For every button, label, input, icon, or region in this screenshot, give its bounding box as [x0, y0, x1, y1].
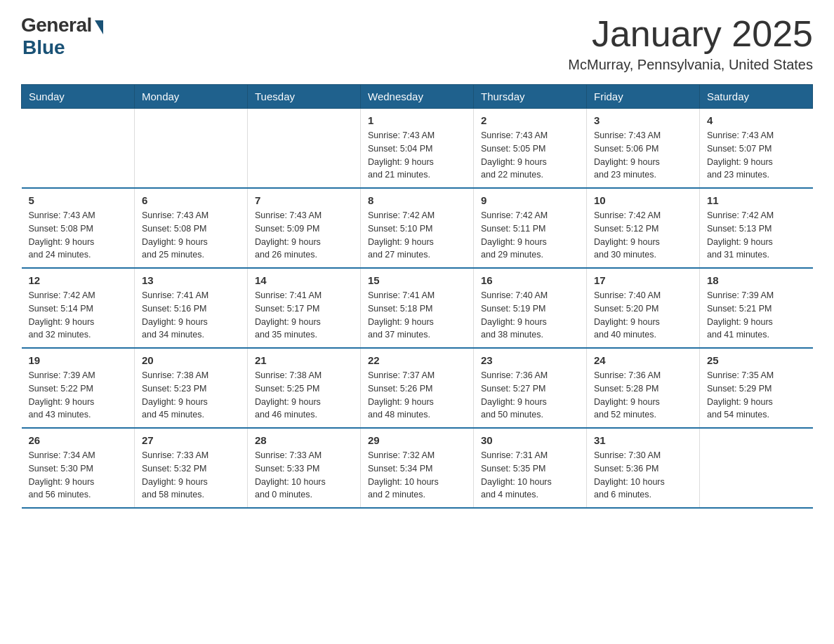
calendar-cell: 18Sunrise: 7:39 AM Sunset: 5:21 PM Dayli… — [700, 268, 813, 348]
logo-arrow-icon — [95, 20, 103, 34]
calendar-cell: 20Sunrise: 7:38 AM Sunset: 5:23 PM Dayli… — [135, 348, 248, 428]
day-number: 12 — [29, 274, 128, 286]
title-section: January 2025 McMurray, Pennsylvania, Uni… — [568, 14, 813, 73]
calendar-cell: 29Sunrise: 7:32 AM Sunset: 5:34 PM Dayli… — [361, 428, 474, 508]
calendar-cell: 27Sunrise: 7:33 AM Sunset: 5:32 PM Dayli… — [135, 428, 248, 508]
calendar-cell: 22Sunrise: 7:37 AM Sunset: 5:26 PM Dayli… — [361, 348, 474, 428]
day-number: 24 — [594, 354, 692, 366]
calendar-cell: 24Sunrise: 7:36 AM Sunset: 5:28 PM Dayli… — [587, 348, 700, 428]
day-info: Sunrise: 7:37 AM Sunset: 5:26 PM Dayligh… — [368, 369, 466, 422]
day-info: Sunrise: 7:42 AM Sunset: 5:10 PM Dayligh… — [368, 209, 466, 262]
logo: General Blue — [21, 14, 103, 59]
day-number: 21 — [255, 354, 353, 366]
calendar-cell: 9Sunrise: 7:42 AM Sunset: 5:11 PM Daylig… — [474, 188, 587, 268]
weekday-header-tuesday: Tuesday — [248, 85, 361, 109]
day-info: Sunrise: 7:39 AM Sunset: 5:22 PM Dayligh… — [29, 369, 128, 422]
day-info: Sunrise: 7:42 AM Sunset: 5:12 PM Dayligh… — [594, 209, 692, 262]
day-info: Sunrise: 7:43 AM Sunset: 5:08 PM Dayligh… — [29, 209, 128, 262]
weekday-header-sunday: Sunday — [22, 85, 135, 109]
day-info: Sunrise: 7:40 AM Sunset: 5:19 PM Dayligh… — [481, 289, 579, 342]
day-info: Sunrise: 7:32 AM Sunset: 5:34 PM Dayligh… — [368, 449, 466, 502]
calendar-cell: 19Sunrise: 7:39 AM Sunset: 5:22 PM Dayli… — [22, 348, 135, 428]
calendar-cell: 14Sunrise: 7:41 AM Sunset: 5:17 PM Dayli… — [248, 268, 361, 348]
day-info: Sunrise: 7:36 AM Sunset: 5:28 PM Dayligh… — [594, 369, 692, 422]
day-number: 7 — [255, 194, 353, 206]
calendar-cell: 16Sunrise: 7:40 AM Sunset: 5:19 PM Dayli… — [474, 268, 587, 348]
day-number: 20 — [142, 354, 240, 366]
calendar-cell: 12Sunrise: 7:42 AM Sunset: 5:14 PM Dayli… — [22, 268, 135, 348]
weekday-header-monday: Monday — [135, 85, 248, 109]
calendar-cell: 23Sunrise: 7:36 AM Sunset: 5:27 PM Dayli… — [474, 348, 587, 428]
calendar-cell: 15Sunrise: 7:41 AM Sunset: 5:18 PM Dayli… — [361, 268, 474, 348]
day-info: Sunrise: 7:42 AM Sunset: 5:13 PM Dayligh… — [707, 209, 806, 262]
calendar-cell: 17Sunrise: 7:40 AM Sunset: 5:20 PM Dayli… — [587, 268, 700, 348]
month-title: January 2025 — [568, 14, 813, 54]
day-info: Sunrise: 7:30 AM Sunset: 5:36 PM Dayligh… — [594, 449, 692, 502]
day-info: Sunrise: 7:43 AM Sunset: 5:06 PM Dayligh… — [594, 129, 692, 182]
calendar-week-row: 12Sunrise: 7:42 AM Sunset: 5:14 PM Dayli… — [22, 268, 813, 348]
day-number: 16 — [481, 274, 579, 286]
weekday-header-wednesday: Wednesday — [361, 85, 474, 109]
calendar-cell: 31Sunrise: 7:30 AM Sunset: 5:36 PM Dayli… — [587, 428, 700, 508]
calendar-cell: 25Sunrise: 7:35 AM Sunset: 5:29 PM Dayli… — [700, 348, 813, 428]
day-number: 19 — [29, 354, 128, 366]
calendar-week-row: 1Sunrise: 7:43 AM Sunset: 5:04 PM Daylig… — [22, 109, 813, 189]
day-number: 15 — [368, 274, 466, 286]
logo-general-text: General — [21, 14, 92, 36]
day-info: Sunrise: 7:35 AM Sunset: 5:29 PM Dayligh… — [707, 369, 806, 422]
day-info: Sunrise: 7:41 AM Sunset: 5:16 PM Dayligh… — [142, 289, 240, 342]
day-info: Sunrise: 7:38 AM Sunset: 5:23 PM Dayligh… — [142, 369, 240, 422]
calendar-table: SundayMondayTuesdayWednesdayThursdayFrid… — [21, 84, 813, 509]
calendar-week-row: 19Sunrise: 7:39 AM Sunset: 5:22 PM Dayli… — [22, 348, 813, 428]
day-number: 4 — [707, 114, 806, 126]
calendar-cell: 1Sunrise: 7:43 AM Sunset: 5:04 PM Daylig… — [361, 109, 474, 189]
day-number: 3 — [594, 114, 692, 126]
day-info: Sunrise: 7:40 AM Sunset: 5:20 PM Dayligh… — [594, 289, 692, 342]
day-number: 28 — [255, 434, 353, 446]
day-number: 11 — [707, 194, 806, 206]
calendar-cell: 30Sunrise: 7:31 AM Sunset: 5:35 PM Dayli… — [474, 428, 587, 508]
calendar-cell: 28Sunrise: 7:33 AM Sunset: 5:33 PM Dayli… — [248, 428, 361, 508]
logo-blue-text: Blue — [22, 36, 65, 59]
day-number: 22 — [368, 354, 466, 366]
weekday-header-thursday: Thursday — [474, 85, 587, 109]
page-header: General Blue January 2025 McMurray, Penn… — [21, 14, 813, 73]
calendar-cell — [700, 428, 813, 508]
calendar-cell: 11Sunrise: 7:42 AM Sunset: 5:13 PM Dayli… — [700, 188, 813, 268]
day-number: 18 — [707, 274, 806, 286]
day-number: 29 — [368, 434, 466, 446]
calendar-cell: 6Sunrise: 7:43 AM Sunset: 5:08 PM Daylig… — [135, 188, 248, 268]
calendar-cell — [22, 109, 135, 189]
calendar-cell: 13Sunrise: 7:41 AM Sunset: 5:16 PM Dayli… — [135, 268, 248, 348]
calendar-cell: 5Sunrise: 7:43 AM Sunset: 5:08 PM Daylig… — [22, 188, 135, 268]
day-number: 6 — [142, 194, 240, 206]
calendar-cell: 7Sunrise: 7:43 AM Sunset: 5:09 PM Daylig… — [248, 188, 361, 268]
day-number: 14 — [255, 274, 353, 286]
day-number: 23 — [481, 354, 579, 366]
day-number: 26 — [29, 434, 128, 446]
day-info: Sunrise: 7:41 AM Sunset: 5:18 PM Dayligh… — [368, 289, 466, 342]
calendar-cell: 2Sunrise: 7:43 AM Sunset: 5:05 PM Daylig… — [474, 109, 587, 189]
day-number: 5 — [29, 194, 128, 206]
day-number: 31 — [594, 434, 692, 446]
day-number: 25 — [707, 354, 806, 366]
day-info: Sunrise: 7:33 AM Sunset: 5:33 PM Dayligh… — [255, 449, 353, 502]
weekday-header-friday: Friday — [587, 85, 700, 109]
calendar-cell: 21Sunrise: 7:38 AM Sunset: 5:25 PM Dayli… — [248, 348, 361, 428]
calendar-week-row: 5Sunrise: 7:43 AM Sunset: 5:08 PM Daylig… — [22, 188, 813, 268]
day-info: Sunrise: 7:43 AM Sunset: 5:04 PM Dayligh… — [368, 129, 466, 182]
calendar-cell: 3Sunrise: 7:43 AM Sunset: 5:06 PM Daylig… — [587, 109, 700, 189]
day-info: Sunrise: 7:42 AM Sunset: 5:11 PM Dayligh… — [481, 209, 579, 262]
day-info: Sunrise: 7:31 AM Sunset: 5:35 PM Dayligh… — [481, 449, 579, 502]
calendar-cell — [135, 109, 248, 189]
calendar-cell: 10Sunrise: 7:42 AM Sunset: 5:12 PM Dayli… — [587, 188, 700, 268]
day-number: 8 — [368, 194, 466, 206]
weekday-header-saturday: Saturday — [700, 85, 813, 109]
day-info: Sunrise: 7:42 AM Sunset: 5:14 PM Dayligh… — [29, 289, 128, 342]
day-number: 1 — [368, 114, 466, 126]
day-info: Sunrise: 7:36 AM Sunset: 5:27 PM Dayligh… — [481, 369, 579, 422]
calendar-cell: 26Sunrise: 7:34 AM Sunset: 5:30 PM Dayli… — [22, 428, 135, 508]
day-info: Sunrise: 7:43 AM Sunset: 5:08 PM Dayligh… — [142, 209, 240, 262]
day-number: 27 — [142, 434, 240, 446]
day-info: Sunrise: 7:43 AM Sunset: 5:05 PM Dayligh… — [481, 129, 579, 182]
